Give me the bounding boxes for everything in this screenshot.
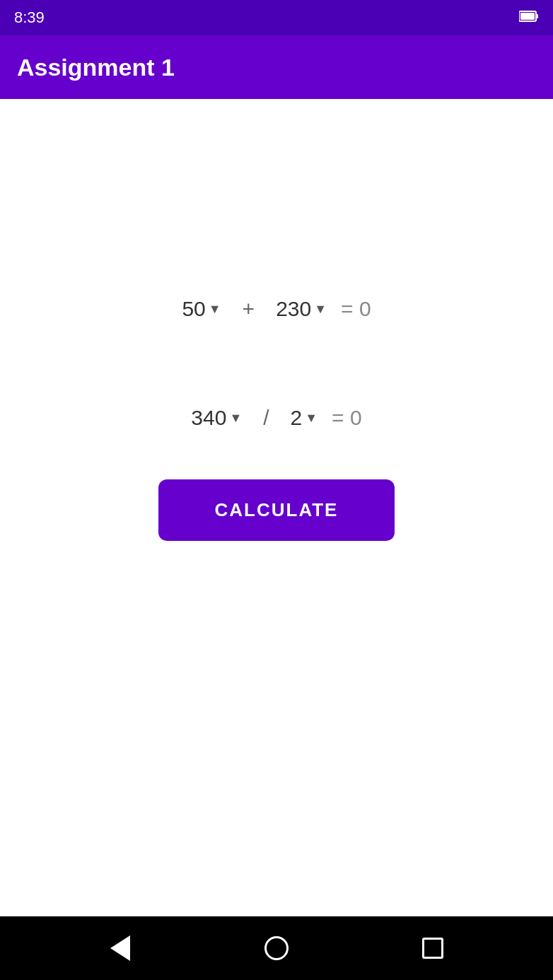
button-container: CALCULATE xyxy=(28,479,525,541)
value2-row1: 230 xyxy=(276,297,311,321)
recents-icon xyxy=(422,938,443,959)
status-bar: 8:39 xyxy=(0,0,553,35)
dropdown-group-1b[interactable]: 230 ▼ xyxy=(276,297,327,321)
back-button[interactable] xyxy=(103,931,138,966)
main-content: 50 ▼ + 230 ▼ = 0 340 ▼ / 2 ▼ = 0 CALCULA… xyxy=(0,99,553,916)
svg-rect-1 xyxy=(536,14,538,18)
value2-row2: 2 xyxy=(291,406,303,430)
dropdown-arrow-1b[interactable]: ▼ xyxy=(314,302,327,317)
status-time: 8:39 xyxy=(14,8,45,27)
nav-bar xyxy=(0,916,553,980)
operator-row2: / xyxy=(249,406,283,430)
calc-row-2: 340 ▼ / 2 ▼ = 0 xyxy=(28,406,525,430)
svg-rect-2 xyxy=(520,13,535,20)
result-row2: = 0 xyxy=(325,406,362,430)
dropdown-group-2a[interactable]: 340 ▼ xyxy=(191,406,242,430)
operator-row1: + xyxy=(228,297,269,321)
app-bar: Assignment 1 xyxy=(0,35,553,99)
dropdown-group-2b[interactable]: 2 ▼ xyxy=(291,406,318,430)
value1-row1: 50 xyxy=(182,297,205,321)
recents-button[interactable] xyxy=(415,931,450,966)
home-button[interactable] xyxy=(259,931,294,966)
calc-row-1: 50 ▼ + 230 ▼ = 0 xyxy=(28,297,525,321)
dropdown-group-1a[interactable]: 50 ▼ xyxy=(182,297,221,321)
dropdown-arrow-1a[interactable]: ▼ xyxy=(209,302,221,317)
back-icon xyxy=(110,935,130,961)
battery-icon xyxy=(519,10,539,26)
home-icon xyxy=(264,936,289,960)
dropdown-arrow-2a[interactable]: ▼ xyxy=(229,411,242,426)
result-row1: = 0 xyxy=(334,297,371,321)
app-title: Assignment 1 xyxy=(17,54,175,81)
value1-row2: 340 xyxy=(191,406,226,430)
dropdown-arrow-2b[interactable]: ▼ xyxy=(305,411,318,426)
calculate-button[interactable]: CALCULATE xyxy=(158,479,395,541)
